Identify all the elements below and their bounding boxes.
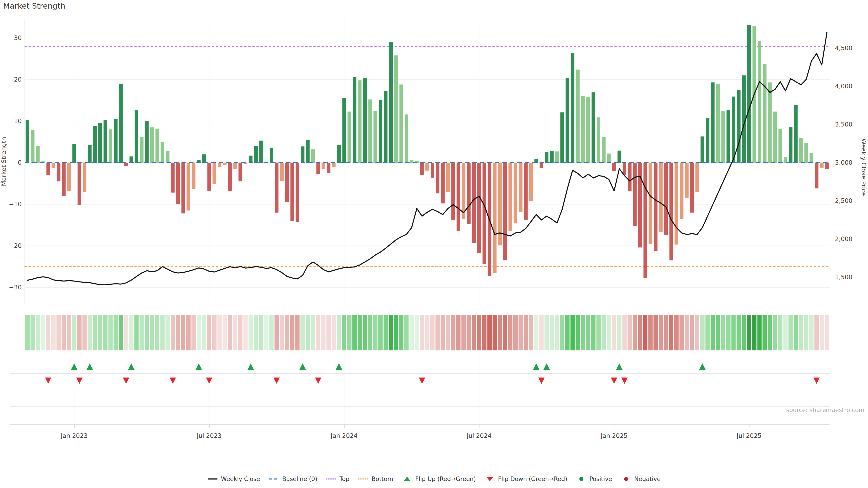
flip-up-icon	[336, 363, 342, 369]
strength-bar	[493, 163, 497, 273]
strength-bar	[789, 127, 793, 163]
heatmap-cell	[638, 315, 642, 350]
legend-item-flip-down[interactable]: Flip Down (Green→Red)	[485, 476, 567, 482]
legend-item-top[interactable]: Top	[326, 476, 349, 482]
heatmap-cell	[742, 315, 746, 350]
strength-bar	[259, 140, 263, 163]
heatmap-cell	[389, 315, 393, 350]
heatmap-cell	[358, 315, 362, 350]
strength-bar	[161, 142, 164, 163]
heatmap-cell	[601, 315, 606, 350]
x-axis-tick-label: Jul 2025	[736, 432, 762, 439]
left-axis-tick-label: −10	[9, 201, 22, 207]
strength-bars	[26, 25, 829, 278]
heatmap-cell	[648, 315, 653, 350]
heatmap-cell	[732, 315, 736, 350]
heatmap-cell	[737, 315, 741, 350]
heatmap-cell	[98, 315, 102, 350]
strength-bar	[763, 64, 767, 163]
strength-bar	[301, 147, 305, 163]
market-strength-page: Market Strength 3020100−10−20−304,5004,0…	[0, 0, 868, 488]
heatmap-cell	[545, 315, 549, 350]
strength-bar	[72, 144, 76, 163]
flip-up-icon	[195, 363, 202, 369]
strength-bar	[581, 96, 585, 163]
strength-bar	[503, 163, 507, 260]
heatmap-cell	[596, 315, 600, 350]
legend-item-bottom[interactable]: Bottom	[358, 476, 393, 482]
strength-bar	[192, 163, 195, 189]
flip-down-icon	[76, 378, 83, 384]
heatmap-cell	[165, 315, 170, 350]
heatmap-cell	[41, 315, 45, 350]
heatmap-cell	[482, 315, 487, 350]
heatmap-cell	[721, 315, 725, 350]
heatmap-cell	[332, 315, 336, 350]
strength-bar	[363, 78, 367, 163]
strength-bar	[514, 163, 517, 223]
heatmap-cell	[114, 315, 118, 350]
heatmap-cell	[726, 315, 731, 350]
heatmap-cell	[430, 315, 434, 350]
heatmap-cell	[254, 315, 258, 350]
strength-bar	[441, 163, 445, 203]
heatmap-cell	[290, 315, 294, 350]
right-axis-tick-label: 4,000	[835, 83, 852, 90]
heatmap-cell	[321, 315, 326, 350]
heatmap-cell	[383, 315, 388, 350]
x-axis-tick-label: Jan 2024	[330, 432, 358, 439]
legend-item-label: Baseline (0)	[282, 476, 317, 482]
heatmap-cell	[607, 315, 611, 350]
legend-item-flip-up[interactable]: Flip Up (Red→Green)	[402, 476, 476, 482]
heatmap-cell	[700, 315, 705, 350]
heatmap-cell	[440, 315, 445, 350]
heatmap-cell	[233, 315, 237, 350]
heatmap-cell	[57, 315, 61, 350]
strength-bar	[285, 163, 289, 202]
negative-swatch-icon	[621, 476, 631, 482]
legend-item-negative[interactable]: Negative	[621, 476, 661, 482]
strength-bar	[420, 163, 424, 175]
strength-bar	[275, 163, 278, 213]
right-axis-title: Weekly Close Price	[860, 138, 867, 196]
legend-item-weekly-close[interactable]: Weekly Close	[208, 476, 260, 482]
flip-down-icon	[813, 378, 820, 384]
strength-bar	[799, 138, 803, 163]
heatmap-cell	[690, 315, 694, 350]
heatmap-cell	[228, 315, 232, 350]
strength-bar	[778, 129, 782, 163]
strength-bar	[379, 100, 382, 163]
heatmap-cell	[119, 315, 123, 350]
heatmap-cell	[586, 315, 590, 350]
strength-bar	[612, 163, 616, 171]
heatmap-cell	[451, 315, 455, 350]
strength-bar	[135, 110, 138, 163]
legend-item-baseline[interactable]: Baseline (0)	[269, 476, 317, 482]
strength-bar	[337, 145, 341, 163]
heatmap-cell	[155, 315, 159, 350]
heatmap-cell	[788, 315, 793, 350]
heatmap-cell	[513, 315, 518, 350]
strength-bar	[98, 123, 102, 163]
heatmap-cell	[456, 315, 460, 350]
strength-bar	[571, 53, 575, 163]
heatmap-cell	[477, 315, 481, 350]
strength-bar	[545, 152, 548, 163]
heatmap-cell	[134, 315, 138, 350]
heatmap-cell	[306, 315, 310, 350]
x-axis-tick-label: Jan 2025	[600, 432, 627, 439]
strength-bar	[483, 163, 486, 264]
source-note: source: sharemaestro.com	[786, 407, 864, 414]
flip-up-icon	[533, 363, 539, 369]
heatmap-cell	[368, 315, 372, 350]
heatmap-cell	[62, 315, 66, 350]
legend-item-positive[interactable]: Positive	[576, 476, 612, 482]
heatmap-cell	[186, 315, 191, 350]
heatmap-cell	[327, 315, 331, 350]
heatmap-cell	[25, 315, 30, 350]
heatmap-cell	[347, 315, 351, 350]
heatmap-cell	[706, 315, 710, 350]
heatmap-cell	[404, 315, 409, 350]
legend-item-label: Positive	[590, 476, 612, 482]
strength-bar	[825, 163, 829, 169]
